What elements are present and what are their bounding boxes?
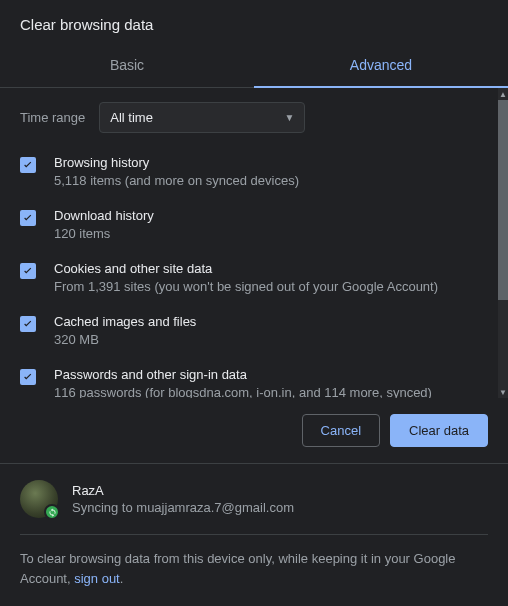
divider — [20, 534, 488, 535]
items-list: Browsing history 5,118 items (and more o… — [20, 155, 488, 398]
check-icon — [21, 158, 35, 172]
footnote-section: To clear browsing data from this device … — [0, 534, 508, 606]
account-name: RazA — [72, 483, 294, 498]
check-icon — [21, 317, 35, 331]
time-range-row: Time range All time ▼ — [20, 102, 488, 133]
tab-label: Basic — [110, 57, 144, 73]
footnote-suffix: . — [120, 571, 124, 586]
dialog-title: Clear browsing data — [0, 0, 508, 45]
item-browsing-history: Browsing history 5,118 items (and more o… — [20, 155, 488, 188]
tab-advanced[interactable]: Advanced — [254, 45, 508, 87]
scroll-area: Time range All time ▼ Browsing history 5… — [0, 88, 508, 398]
checkbox-cached[interactable] — [20, 316, 36, 332]
check-icon — [21, 370, 35, 384]
item-title: Browsing history — [54, 155, 299, 170]
tab-bar: Basic Advanced — [0, 45, 508, 88]
scrollbar-thumb[interactable] — [498, 100, 508, 300]
item-passwords: Passwords and other sign-in data 116 pas… — [20, 367, 488, 398]
account-sync-status: Syncing to muajjamraza.7@gmail.com — [72, 500, 294, 515]
check-icon — [21, 211, 35, 225]
item-title: Cached images and files — [54, 314, 196, 329]
checkbox-browsing-history[interactable] — [20, 157, 36, 173]
tab-basic[interactable]: Basic — [0, 45, 254, 87]
tab-label: Advanced — [350, 57, 412, 73]
check-icon — [21, 264, 35, 278]
chevron-down-icon: ▼ — [284, 112, 294, 123]
clear-data-button[interactable]: Clear data — [390, 414, 488, 447]
cancel-button[interactable]: Cancel — [302, 414, 380, 447]
footer-buttons: Cancel Clear data — [0, 398, 508, 463]
checkbox-cookies[interactable] — [20, 263, 36, 279]
time-range-select[interactable]: All time ▼ — [99, 102, 305, 133]
item-desc: 116 passwords (for blogsdna.com, i-on.in… — [54, 385, 432, 398]
checkbox-passwords[interactable] — [20, 369, 36, 385]
clear-browsing-data-dialog: Clear browsing data Basic Advanced Time … — [0, 0, 508, 606]
item-cached: Cached images and files 320 MB — [20, 314, 488, 347]
item-cookies: Cookies and other site data From 1,391 s… — [20, 261, 488, 294]
sync-badge-icon — [44, 504, 60, 520]
sign-out-link[interactable]: sign out — [74, 571, 120, 586]
scrollbar-up-icon[interactable]: ▲ — [498, 88, 508, 100]
footnote: To clear browsing data from this device … — [20, 549, 488, 588]
scrollbar-down-icon[interactable]: ▼ — [498, 386, 508, 398]
item-title: Download history — [54, 208, 154, 223]
item-desc: From 1,391 sites (you won't be signed ou… — [54, 279, 438, 294]
avatar — [20, 480, 58, 518]
account-section: RazA Syncing to muajjamraza.7@gmail.com — [0, 463, 508, 534]
time-range-value: All time — [110, 110, 153, 125]
item-title: Cookies and other site data — [54, 261, 438, 276]
item-desc: 5,118 items (and more on synced devices) — [54, 173, 299, 188]
checkbox-download-history[interactable] — [20, 210, 36, 226]
item-desc: 120 items — [54, 226, 154, 241]
time-range-label: Time range — [20, 110, 85, 125]
item-desc: 320 MB — [54, 332, 196, 347]
item-title: Passwords and other sign-in data — [54, 367, 432, 382]
scrollbar-track[interactable]: ▲ ▼ — [498, 88, 508, 398]
item-download-history: Download history 120 items — [20, 208, 488, 241]
